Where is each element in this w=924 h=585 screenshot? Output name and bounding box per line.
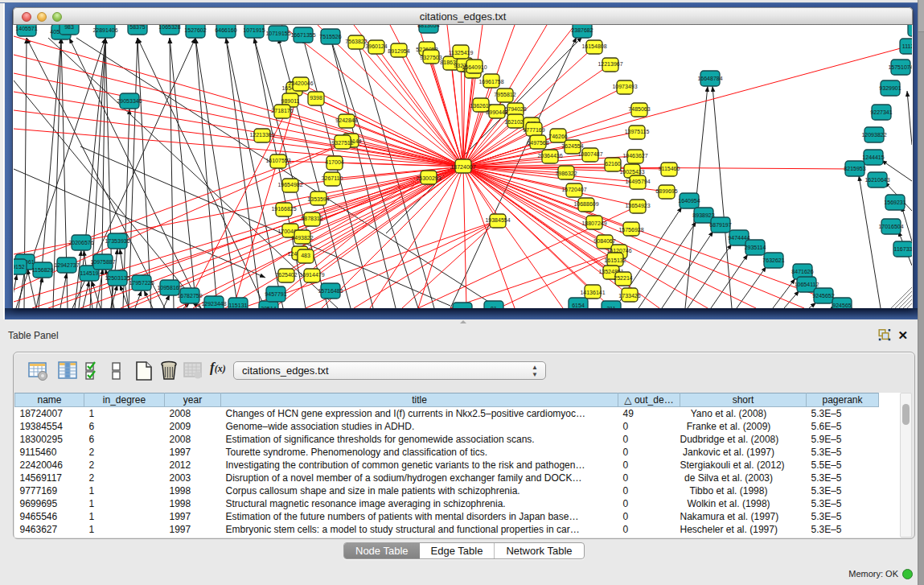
svg-text:9398: 9398 (310, 95, 322, 101)
svg-text:5878312: 5878312 (301, 216, 322, 221)
svg-text:81: 81 (491, 306, 497, 308)
svg-text:6466160: 6466160 (215, 27, 236, 33)
svg-text:114519: 114519 (80, 270, 99, 276)
svg-text:1244415: 1244415 (862, 154, 884, 160)
svg-text:11123: 11123 (902, 43, 912, 49)
svg-text:417004: 417004 (325, 159, 343, 165)
svg-text:16782759: 16782759 (177, 293, 202, 299)
svg-text:8912954: 8912954 (388, 48, 409, 54)
svg-text:1569231: 1569231 (884, 200, 906, 205)
svg-text:1527602: 1527602 (184, 27, 206, 33)
svg-text:6794028: 6794028 (504, 106, 526, 112)
svg-text:10958167: 10958167 (157, 285, 182, 290)
svg-text:10975887: 10975887 (90, 259, 115, 265)
svg-text:1640954: 1640954 (678, 198, 700, 204)
svg-text:7515526: 7515526 (319, 34, 341, 39)
svg-text:10025433: 10025433 (619, 169, 644, 175)
svg-text:39152: 39152 (14, 264, 25, 270)
svg-text:6879197: 6879197 (709, 222, 731, 228)
svg-text:1733426: 1733426 (618, 293, 640, 299)
svg-text:7955812: 7955812 (494, 92, 515, 97)
svg-text:12942737: 12942737 (54, 262, 79, 268)
svg-text:1071915: 1071915 (243, 27, 265, 33)
svg-text:9242848: 9242848 (335, 117, 357, 123)
svg-text:13975115: 13975115 (625, 129, 650, 134)
svg-text:17353936: 17353936 (105, 238, 129, 244)
svg-text:62160: 62160 (605, 161, 621, 167)
svg-text:17957225: 17957225 (129, 280, 154, 286)
svg-text:22891406: 22891406 (92, 27, 117, 33)
svg-text:15720407: 15720407 (561, 187, 586, 192)
svg-text:9327512: 9327512 (331, 140, 353, 146)
svg-text:1065328: 1065328 (158, 25, 180, 30)
svg-text:12213363: 12213363 (249, 132, 274, 138)
svg-text:12923448: 12923448 (201, 301, 226, 307)
svg-text:10654112: 10654112 (795, 282, 819, 287)
svg-text:8215953: 8215953 (844, 166, 865, 171)
svg-text:9327503: 9327503 (420, 55, 441, 60)
svg-text:15640910: 15640910 (462, 64, 487, 70)
svg-text:16914479: 16914479 (299, 272, 324, 278)
svg-text:9474444: 9474444 (728, 235, 749, 241)
svg-text:19384554: 19384554 (485, 217, 510, 223)
svg-text:6899695: 6899695 (655, 188, 677, 194)
svg-text:2718176: 2718176 (271, 108, 293, 113)
svg-text:9245652: 9245652 (812, 293, 834, 299)
svg-text:16671355: 16671355 (290, 32, 315, 38)
svg-text:14136141: 14136141 (580, 290, 605, 295)
svg-text:15756928: 15756928 (618, 227, 643, 233)
svg-text:6497568: 6497568 (527, 140, 548, 146)
svg-text:2935114: 2935114 (745, 245, 766, 250)
svg-text:20364436: 20364436 (537, 153, 562, 159)
svg-text:12213967: 12213967 (598, 61, 622, 67)
svg-text:23420046: 23420046 (288, 80, 313, 86)
svg-text:58375: 58375 (129, 25, 146, 30)
svg-text:989011: 989011 (281, 98, 300, 104)
svg-text:9115460: 9115460 (659, 166, 680, 171)
svg-text:13654923: 13654923 (625, 203, 650, 208)
svg-text:8938923: 8938923 (692, 212, 714, 218)
svg-text:746266: 746266 (548, 134, 567, 139)
svg-text:6154: 6154 (572, 303, 585, 308)
svg-text:8813054: 8813054 (417, 25, 439, 28)
svg-text:1615132: 1615132 (604, 257, 626, 263)
svg-text:29053346: 29053346 (117, 98, 142, 104)
svg-text:16107553: 16107553 (265, 158, 290, 163)
svg-text:983: 983 (64, 25, 74, 30)
svg-text:20514: 20514 (261, 306, 277, 308)
svg-text:25300293: 25300293 (416, 175, 441, 181)
svg-text:3267110: 3267110 (322, 175, 343, 181)
svg-text:15751074: 15751074 (888, 64, 912, 70)
svg-text:45: 45 (459, 307, 466, 308)
svg-text:483: 483 (301, 253, 310, 258)
svg-text:17016504: 17016504 (878, 224, 903, 229)
svg-text:1353594: 1353594 (307, 196, 329, 202)
svg-text:20206576: 20206576 (68, 240, 93, 245)
svg-text:16961758: 16961758 (478, 79, 503, 84)
svg-text:11325419: 11325419 (449, 50, 474, 56)
svg-text:12503135: 12503135 (105, 275, 129, 281)
svg-text:16648784: 16648784 (697, 76, 722, 81)
svg-text:3960124: 3960124 (365, 43, 387, 49)
svg-text:10807487: 10807487 (577, 151, 602, 157)
svg-text:10719155: 10719155 (265, 31, 290, 36)
svg-text:9777169: 9777169 (523, 127, 544, 133)
svg-text:10688609: 10688609 (573, 201, 598, 207)
svg-text:14495794: 14495794 (625, 179, 650, 184)
svg-text:19463627: 19463627 (622, 153, 647, 159)
svg-text:924565: 924565 (832, 303, 851, 308)
svg-text:16154808: 16154808 (581, 43, 606, 49)
svg-text:12093822: 12093822 (861, 132, 886, 138)
svg-text:18807249: 18807249 (581, 220, 606, 226)
svg-text:115131: 115131 (229, 303, 248, 308)
svg-text:116733: 116733 (894, 246, 912, 252)
svg-text:311: 311 (606, 306, 615, 308)
svg-text:18724007: 18724007 (450, 164, 475, 170)
svg-text:1493822: 1493822 (291, 235, 313, 241)
svg-text:1156829: 1156829 (32, 267, 54, 273)
svg-text:15716485: 15716485 (318, 288, 343, 294)
svg-text:10973493: 10973493 (612, 84, 637, 89)
svg-text:9084067: 9084067 (593, 238, 615, 244)
svg-text:7632621: 7632621 (762, 257, 784, 263)
svg-text:9227341: 9227341 (870, 109, 892, 115)
